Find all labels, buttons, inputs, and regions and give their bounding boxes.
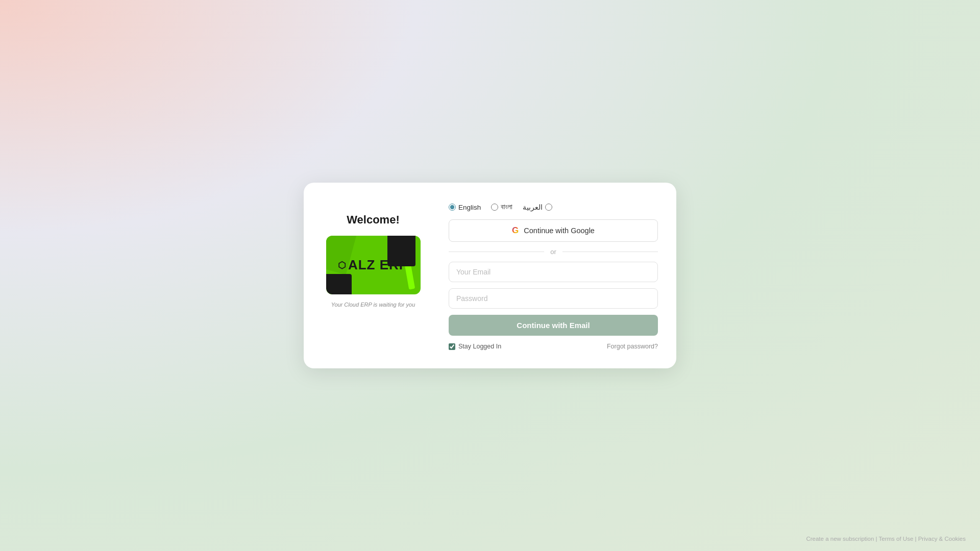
google-login-button[interactable]: G Continue with Google [449, 219, 658, 242]
or-divider: or [449, 248, 658, 256]
forgot-password-link[interactable]: Forgot password? [607, 343, 658, 350]
lang-arabic-label: العربية [523, 203, 543, 211]
tagline: Your Cloud ERP is waiting for you [331, 302, 415, 308]
right-panel: English বাংলা العربية G Continue with Go… [449, 203, 658, 350]
email-input[interactable] [449, 262, 658, 282]
logo-label: ALZ ERP [348, 257, 408, 273]
password-input[interactable] [449, 288, 658, 309]
stay-logged-in-text: Stay Logged In [458, 343, 501, 350]
lang-arabic-radio[interactable] [545, 204, 552, 211]
stay-logged-in-checkbox[interactable] [449, 343, 455, 350]
lang-bangla-radio[interactable] [491, 204, 498, 211]
or-line-left [449, 252, 544, 252]
login-card: Welcome! ⬡ ALZ ERP Your Cloud ERP is wai… [304, 183, 676, 368]
welcome-heading: Welcome! [347, 213, 400, 227]
logo-icon: ⬡ [338, 260, 346, 271]
email-login-button[interactable]: Continue with Email [449, 315, 658, 336]
logo-card: ⬡ ALZ ERP [326, 236, 421, 294]
footer-text: Create a new subscription | Terms of Use… [806, 536, 966, 542]
or-line-right [562, 252, 658, 252]
lang-bangla[interactable]: বাংলা [491, 203, 512, 211]
bottom-row: Stay Logged In Forgot password? [449, 343, 658, 350]
or-text: or [550, 248, 556, 256]
google-icon: G [512, 226, 519, 236]
lang-english-radio[interactable] [449, 204, 456, 211]
google-button-label: Continue with Google [524, 227, 595, 235]
stay-logged-in-label[interactable]: Stay Logged In [449, 343, 501, 350]
logo-decoration-bottom-left [326, 274, 352, 294]
footer: Create a new subscription | Terms of Use… [806, 536, 966, 542]
logo-text-container: ⬡ ALZ ERP [338, 257, 408, 273]
lang-english-label: English [458, 204, 481, 211]
email-button-label: Continue with Email [517, 321, 590, 330]
lang-bangla-label: বাংলা [501, 203, 512, 211]
lang-english[interactable]: English [449, 204, 481, 211]
lang-arabic[interactable]: العربية [523, 203, 552, 211]
language-selector[interactable]: English বাংলা العربية [449, 203, 658, 211]
left-panel: Welcome! ⬡ ALZ ERP Your Cloud ERP is wai… [322, 203, 424, 308]
